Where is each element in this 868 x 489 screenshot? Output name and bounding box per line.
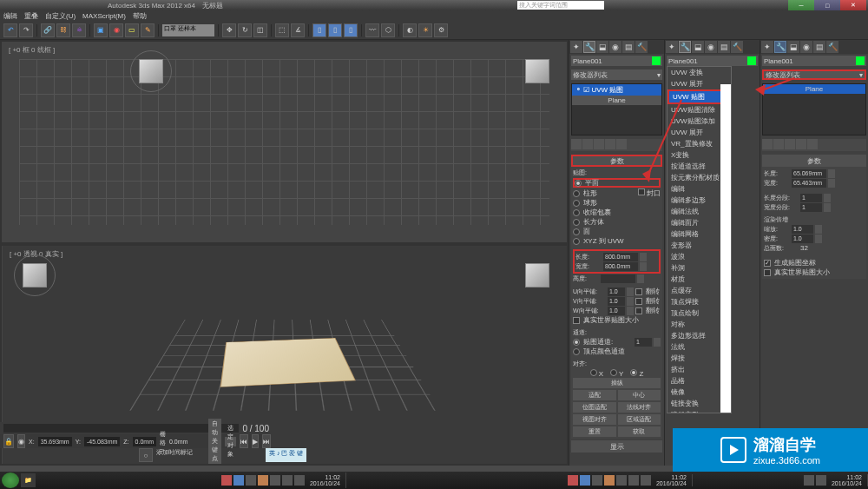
unique-button[interactable]	[594, 139, 604, 149]
clock-2[interactable]: 11:02 2016/10/24	[653, 474, 690, 486]
tray-icon[interactable]	[641, 475, 651, 486]
bitmap-fit-button[interactable]: 位图适配	[573, 402, 616, 413]
utilities-tab[interactable]: 🔨	[635, 41, 648, 53]
menu-overlay[interactable]: 重叠	[24, 11, 38, 21]
hierarchy-tab-3[interactable]: ⬓	[787, 41, 799, 53]
pin-button[interactable]	[571, 139, 582, 149]
object-name-2[interactable]: Plane001	[668, 57, 747, 65]
configure-button[interactable]	[616, 139, 627, 149]
base-object-plane[interactable]: Plane	[572, 96, 661, 105]
modify-tab-3[interactable]: 🔧	[774, 41, 786, 53]
schematic-button[interactable]: ⬡	[381, 23, 395, 37]
length-spinner[interactable]	[640, 253, 647, 261]
viewcube-top[interactable]	[139, 59, 163, 83]
params-rollout-header[interactable]: 参数	[571, 155, 662, 167]
sel-lock-button[interactable]: ◉	[17, 434, 25, 448]
clock-3[interactable]: 11:02 2016/10/24	[828, 474, 865, 486]
ime-indicator[interactable]: 英 ♪ 巴 爱 键	[266, 448, 306, 462]
tray-icon[interactable]	[604, 475, 615, 486]
utilities-tab-3[interactable]: 🔨	[826, 41, 838, 53]
radio-sphere[interactable]	[573, 200, 580, 207]
render-setup-button[interactable]: ⚙	[434, 23, 448, 37]
p3-wseg[interactable]: 1	[800, 203, 822, 212]
tray-icon[interactable]	[568, 475, 578, 486]
tray-icon[interactable]	[592, 475, 602, 486]
configure-button-3[interactable]	[807, 139, 818, 149]
radio-x[interactable]	[590, 369, 597, 376]
time-tag-button[interactable]: ○	[139, 448, 153, 462]
realworld-checkbox-3[interactable]	[764, 269, 771, 276]
tray-icon[interactable]	[258, 475, 268, 486]
tray-icon[interactable]	[221, 475, 232, 486]
radio-z[interactable]	[630, 369, 637, 376]
select-button[interactable]: ▣	[94, 23, 108, 37]
curve-editor-button[interactable]: 〰	[365, 23, 379, 37]
radio-y[interactable]	[610, 369, 617, 376]
hierarchy-tab[interactable]: ⬓	[596, 41, 608, 53]
cap-checkbox[interactable]	[638, 188, 645, 195]
map-channel-input[interactable]: 1	[635, 338, 652, 347]
unique-button-3[interactable]	[785, 139, 795, 149]
time-slider[interactable]	[3, 424, 239, 433]
mirror-button[interactable]: ▯	[312, 23, 326, 37]
utile-input[interactable]: 1.0	[608, 287, 625, 296]
hierarchy-tab-2[interactable]: ⬓	[692, 41, 704, 53]
tray-icon[interactable]	[616, 475, 627, 486]
clock[interactable]: 11:02 2016/10/24	[306, 474, 344, 486]
region-fit-button[interactable]: 区域适配	[618, 414, 661, 425]
modifier-uvw[interactable]: ⚬ ☑ UVW 贴图	[572, 84, 661, 96]
selected-dropdown[interactable]: 选定对象	[225, 437, 236, 446]
modifier-stack-3[interactable]: Plane	[762, 83, 866, 135]
realworld-checkbox[interactable]	[573, 317, 580, 324]
uflip-checkbox[interactable]	[635, 288, 642, 295]
play-button[interactable]: ▶	[252, 434, 259, 448]
bind-button[interactable]: ⚛	[72, 23, 86, 37]
modifier-list-dropdown-3[interactable]: 修改器列表▾	[762, 69, 866, 80]
object-name[interactable]: Plane001	[573, 57, 652, 65]
motion-tab-2[interactable]: ◉	[705, 41, 717, 53]
height-spinner[interactable]	[637, 274, 644, 283]
layer-button[interactable]: ▯	[344, 23, 358, 37]
start-button[interactable]	[2, 472, 19, 488]
remove-button[interactable]	[605, 139, 615, 149]
gen-coords-checkbox[interactable]	[764, 260, 771, 267]
menu-customize[interactable]: 自定义(U)	[45, 11, 76, 21]
y-coord[interactable]: -45.083mm	[84, 437, 120, 446]
render-button[interactable]: ☀	[418, 23, 432, 37]
object-color-2[interactable]	[747, 56, 756, 65]
width-spinner[interactable]	[640, 262, 647, 271]
tray-icon[interactable]	[233, 475, 244, 486]
display-tab-2[interactable]: ▤	[718, 41, 730, 53]
viewcube-persp[interactable]	[23, 263, 47, 287]
modify-tab[interactable]: 🔧	[583, 41, 595, 53]
modify-tab-2[interactable]: 🔧	[679, 41, 691, 53]
dropdown-scrollbar[interactable]	[720, 84, 731, 413]
motion-tab-3[interactable]: ◉	[800, 41, 812, 53]
radio-plane[interactable]	[575, 180, 582, 187]
select-rect-button[interactable]: ▭	[125, 23, 139, 37]
object-color[interactable]	[652, 56, 661, 65]
plane-object[interactable]	[220, 338, 356, 387]
filter-dropdown[interactable]: 口罩 还样本	[162, 24, 214, 36]
task-item[interactable]: 📁	[21, 473, 36, 487]
normal-align-button[interactable]: 法线对齐	[618, 402, 661, 413]
tray-icon[interactable]	[294, 475, 305, 486]
viewcube-top-right[interactable]	[525, 59, 549, 83]
center-button[interactable]: 中心	[618, 390, 661, 400]
maximize-button[interactable]: □	[814, 0, 840, 10]
length-input[interactable]: 800.0mm	[603, 253, 638, 261]
viewport-top[interactable]: [ +0 框 0 线框 ]	[2, 42, 567, 242]
undo-button[interactable]: ↶	[3, 23, 17, 37]
viewcube-persp-right[interactable]	[525, 263, 549, 287]
radio-face[interactable]	[573, 228, 580, 235]
tray-icon[interactable]	[628, 475, 639, 486]
material-button[interactable]: ◐	[403, 23, 417, 37]
object-color-3[interactable]	[856, 56, 865, 65]
display-rollout[interactable]: 显示	[571, 440, 662, 453]
modifier-stack[interactable]: ⚬ ☑ UVW 贴图 Plane	[571, 83, 662, 135]
motion-tab[interactable]: ◉	[609, 41, 621, 53]
show-result-button[interactable]	[582, 139, 593, 149]
p3-width[interactable]: 65.463mm	[792, 179, 826, 188]
scale-button[interactable]: ◫	[253, 23, 267, 37]
vtile-input[interactable]: 1.0	[608, 297, 625, 306]
